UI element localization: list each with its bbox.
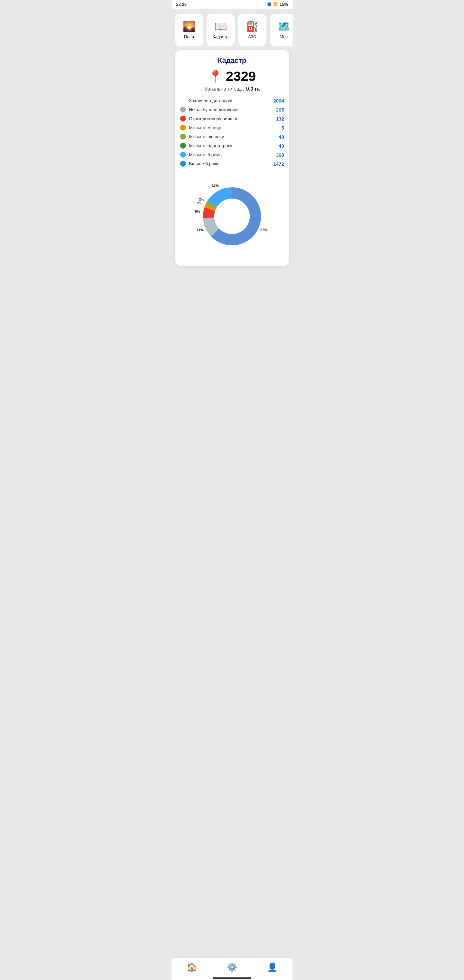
tile-label-polia: Поля xyxy=(184,34,194,39)
stat-value[interactable]: 5 xyxy=(281,125,284,130)
home-indicator xyxy=(213,977,251,979)
stat-label: Меньше 5 років xyxy=(189,152,273,158)
count-number: 2329 xyxy=(226,68,256,84)
count-icon: 📍 xyxy=(208,70,222,83)
stat-label: Строк договору вийшов xyxy=(189,116,273,121)
card-title: Кадастр xyxy=(180,56,284,65)
stat-dot xyxy=(180,107,186,113)
stat-label: Меньше одного року xyxy=(189,143,275,148)
chart-label-0: 63% xyxy=(261,228,267,232)
home-icon: 🏠 xyxy=(187,962,197,972)
stat-row: Не заклучено договорів 265 xyxy=(180,107,284,113)
stat-label: Не заклучено договорів xyxy=(189,107,273,112)
stat-label: Меньше пів року xyxy=(189,134,275,139)
stat-row: Меньше місяця 5 xyxy=(180,125,284,130)
stat-label: Більше 5 років xyxy=(189,161,270,166)
stat-label: Меньше місяця xyxy=(189,125,278,130)
bottom-nav: 🏠 ⚙️ 👤 xyxy=(172,958,292,980)
area-value: 0.0 га xyxy=(246,86,260,92)
stat-row: Строк договору вийшов 132 xyxy=(180,116,284,121)
tile-icon-azs: ⛽ xyxy=(246,21,259,32)
stat-dot xyxy=(180,116,186,121)
chart-label-3: 2% xyxy=(197,201,202,205)
tile-kadastr[interactable]: 📖 Кадастр xyxy=(207,14,235,46)
tile-icon-polia: 🌄 xyxy=(183,21,195,32)
tile-label-kadastr: Кадастр xyxy=(213,34,229,39)
profile-icon: 👤 xyxy=(267,962,277,972)
stat-label: Заклучено договорів xyxy=(189,98,270,103)
area-label: Загальна площа xyxy=(204,86,243,92)
battery-label: 15% xyxy=(280,2,288,7)
stat-row: Меньше пів року 48 xyxy=(180,134,284,140)
chart-label-5: 16% xyxy=(212,183,219,187)
chart-label-2: 6% xyxy=(195,210,200,213)
stats-list: Заклучено договорів 2064 Не заклучено до… xyxy=(180,98,284,167)
tile-label-mop: Моп xyxy=(280,34,288,39)
stat-value[interactable]: 2064 xyxy=(273,98,284,103)
tile-mop[interactable]: 🗺️ Моп xyxy=(270,14,292,46)
stat-value[interactable]: 265 xyxy=(276,107,284,113)
status-bar: 22:29 🔵 📶 15% xyxy=(172,0,292,9)
stat-row: Більше 5 років 1472 xyxy=(180,161,284,167)
stat-value[interactable]: 48 xyxy=(279,134,284,140)
stat-dot xyxy=(180,98,186,103)
nav-settings[interactable]: ⚙️ xyxy=(221,961,243,974)
nav-home[interactable]: 🏠 xyxy=(180,961,203,974)
stat-dot xyxy=(180,161,186,167)
stat-row: Меньше одного року 40 xyxy=(180,143,284,149)
chart-label-4: 2% xyxy=(199,197,204,201)
stat-dot xyxy=(180,125,186,130)
stat-dot xyxy=(180,152,186,158)
main-card: Кадастр 📍 2329 Загальна площа 0.0 га Зак… xyxy=(175,50,289,266)
tile-icon-mop: 🗺️ xyxy=(277,21,290,32)
status-time: 22:29 xyxy=(176,2,187,7)
settings-icon: ⚙️ xyxy=(227,962,237,972)
count-row: 📍 2329 xyxy=(180,68,284,84)
tile-polia[interactable]: 🌄 Поля xyxy=(175,14,203,46)
tile-icon-kadastr: 📖 xyxy=(214,21,227,32)
stat-value[interactable]: 1472 xyxy=(273,161,284,167)
stat-dot xyxy=(180,134,186,140)
stat-row: Меньше 5 років 368 xyxy=(180,152,284,158)
nav-profile[interactable]: 👤 xyxy=(261,961,284,974)
stat-row: Заклучено договорів 2064 xyxy=(180,98,284,103)
stat-dot xyxy=(180,143,186,149)
donut-chart: 63%11%6%2%2%16% xyxy=(180,174,284,258)
stat-value[interactable]: 132 xyxy=(276,116,284,121)
signal-icon: 📶 xyxy=(273,2,278,6)
stat-value[interactable]: 368 xyxy=(276,152,284,158)
bluetooth-icon: 🔵 xyxy=(267,2,272,6)
tile-label-azs: АЗС xyxy=(248,34,256,39)
time-label: 22:29 xyxy=(176,2,187,7)
chart-center xyxy=(214,199,250,234)
status-icons: 🔵 📶 15% xyxy=(267,2,288,7)
tile-azs[interactable]: ⛽ АЗС xyxy=(238,14,267,46)
chart-label-1: 11% xyxy=(197,228,203,232)
area-row: Загальна площа 0.0 га xyxy=(180,86,284,92)
stat-value[interactable]: 40 xyxy=(279,143,284,149)
tiles-row: 🌄 Поля 📖 Кадастр ⛽ АЗС 🗺️ Моп xyxy=(172,9,292,50)
